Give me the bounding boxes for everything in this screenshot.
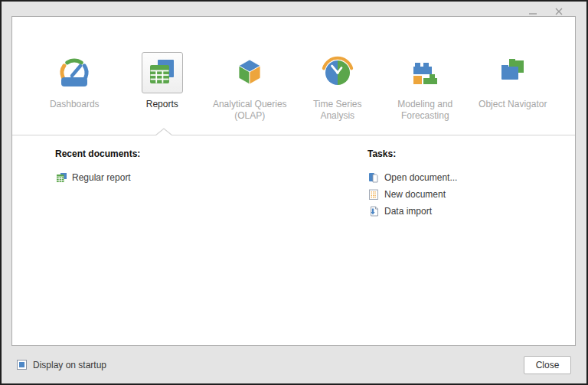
open-document-icon <box>368 171 380 184</box>
tasks-section: Tasks: Open document... <box>368 148 457 220</box>
task-open-document[interactable]: Open document... <box>368 169 457 186</box>
main-panel: Dashboards <box>11 16 576 346</box>
reports-table-icon <box>145 56 179 90</box>
task-label: Open document... <box>384 172 457 183</box>
recent-item-label: Regular report <box>72 172 131 183</box>
tab-analytical-queries[interactable]: Analytical Queries (OLAP) <box>206 17 294 135</box>
tab-object-navigator[interactable]: Object Navigator <box>469 17 557 135</box>
task-new-document[interactable]: New document <box>368 186 457 203</box>
recent-documents-heading: Recent documents: <box>55 148 140 160</box>
tab-modeling-forecasting[interactable]: Modeling and Forecasting <box>381 17 469 135</box>
object-navigator-folders-icon <box>496 56 530 90</box>
display-on-startup-checkbox[interactable] <box>17 360 27 370</box>
olap-cube-icon <box>233 56 266 90</box>
task-label: New document <box>384 189 446 200</box>
minimize-button[interactable] <box>525 5 541 18</box>
tab-strip: Dashboards <box>12 17 575 135</box>
new-document-icon <box>368 188 380 201</box>
time-series-clock-icon <box>321 56 354 90</box>
tab-reports[interactable]: Reports <box>119 17 207 135</box>
minimize-icon <box>528 6 537 17</box>
close-button[interactable]: Close <box>524 356 571 374</box>
close-icon <box>554 7 564 16</box>
regular-report-icon <box>55 171 67 184</box>
tab-label: Dashboards <box>50 99 100 110</box>
tasks-heading: Tasks: <box>368 148 457 160</box>
startup-dialog-window: Dashboards <box>0 0 588 385</box>
tab-divider <box>12 135 575 135</box>
footer-bar: Display on startup Close <box>2 346 586 383</box>
tab-dashboards[interactable]: Dashboards <box>31 17 119 135</box>
modeling-blocks-icon <box>408 56 442 90</box>
tab-time-series[interactable]: Time Series Analysis <box>294 17 382 135</box>
task-label: Data import <box>384 206 432 217</box>
dashboards-gauge-icon <box>57 56 91 90</box>
recent-item-regular-report[interactable]: Regular report <box>55 169 140 186</box>
selected-tab-notch <box>155 128 173 135</box>
display-on-startup-row[interactable]: Display on startup <box>17 360 106 370</box>
window-close-button[interactable] <box>551 5 567 18</box>
window-controls <box>525 5 567 18</box>
display-on-startup-label: Display on startup <box>33 360 106 370</box>
tab-label: Time Series Analysis <box>313 99 362 122</box>
task-data-import[interactable]: Data import <box>368 203 457 220</box>
tab-label: Modeling and Forecasting <box>397 99 452 122</box>
tab-label: Reports <box>146 99 178 110</box>
checkbox-check-mark <box>19 362 24 367</box>
data-import-icon <box>368 205 380 217</box>
tab-label: Analytical Queries (OLAP) <box>213 99 287 122</box>
recent-documents-section: Recent documents: <box>55 148 140 186</box>
tab-label: Object Navigator <box>479 99 547 110</box>
